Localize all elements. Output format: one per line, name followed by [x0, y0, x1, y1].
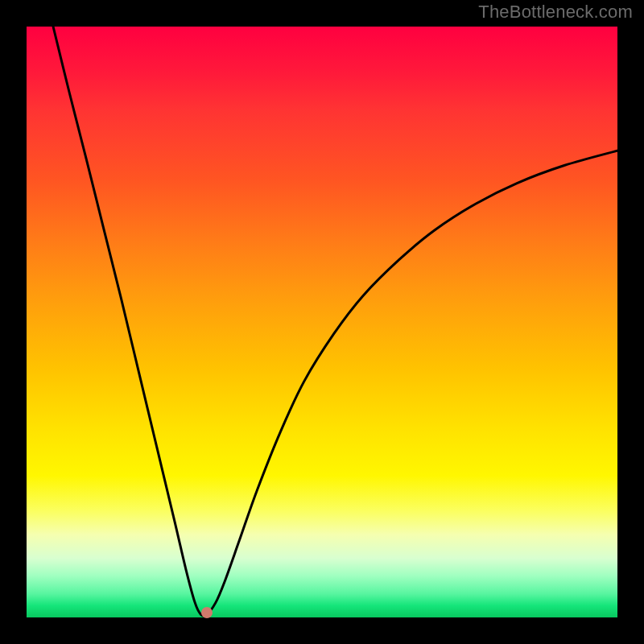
optimum-dot: [201, 607, 213, 618]
curve-svg: [27, 27, 617, 617]
bottleneck-curve: [53, 27, 617, 616]
chart-plot-area: [27, 27, 617, 617]
watermark-text: TheBottleneck.com: [478, 2, 633, 23]
frame-left: [0, 0, 27, 644]
frame-right: [617, 0, 644, 644]
frame-bottom: [0, 617, 644, 644]
